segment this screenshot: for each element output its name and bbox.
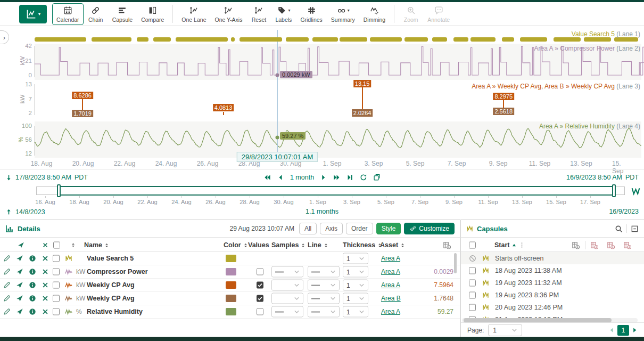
- prev-page-icon[interactable]: [609, 327, 615, 333]
- step-to-now-button[interactable]: [346, 174, 354, 181]
- jump-forward-button[interactable]: [333, 174, 341, 181]
- collapse-panel-icon[interactable]: [631, 225, 639, 233]
- select-box[interactable]: 1: [343, 280, 368, 291]
- pin-all-button[interactable]: [18, 242, 24, 249]
- toolbar-button-zoom[interactable]: Zoom: [399, 3, 423, 25]
- thickness-select[interactable]: 1: [343, 266, 368, 278]
- checkbox[interactable]: [53, 269, 60, 275]
- column-header-thickness[interactable]: Thickness: [343, 241, 383, 249]
- line-select[interactable]: [308, 280, 340, 291]
- samples-select[interactable]: [271, 280, 303, 291]
- capsule-row[interactable]: Starts off-screen: [461, 252, 644, 264]
- select-box[interactable]: 1: [343, 266, 368, 278]
- capsule-time-toggle-icon[interactable]: [631, 186, 640, 197]
- pin-item-button[interactable]: [16, 308, 23, 315]
- details-customize-button[interactable]: Customize: [404, 223, 455, 234]
- capsule-bar[interactable]: [453, 37, 469, 42]
- asset-link[interactable]: Area A: [381, 308, 400, 315]
- capsule-bar[interactable]: [502, 37, 514, 42]
- toolbar-button-dimming[interactable]: Dimming: [359, 3, 390, 25]
- column-header-samples[interactable]: Samples: [271, 241, 306, 249]
- item-name[interactable]: Compressor Power: [87, 268, 148, 275]
- toolbar-button-capsule[interactable]: Capsule: [108, 3, 137, 25]
- select-box[interactable]: 1: [343, 253, 368, 264]
- select-all-checkbox[interactable]: [53, 242, 60, 249]
- edit-item-button[interactable]: [3, 295, 11, 302]
- values-checkbox[interactable]: [257, 295, 263, 302]
- capsule-checkbox-cell[interactable]: [469, 279, 476, 286]
- select-box[interactable]: [271, 306, 303, 318]
- next-page-icon[interactable]: [632, 327, 638, 333]
- edit-item-button[interactable]: [3, 255, 11, 262]
- item-name[interactable]: Weekly CP Avg: [87, 281, 135, 289]
- toolbar-button-summary[interactable]: ▾Summary: [327, 3, 359, 25]
- samples-select[interactable]: [271, 306, 303, 318]
- toolbar-button-compare[interactable]: Compare: [137, 3, 168, 25]
- select-box[interactable]: [271, 266, 303, 278]
- asset-link[interactable]: Area A: [381, 281, 400, 289]
- color-swatch[interactable]: [226, 268, 236, 275]
- remove-item-button[interactable]: [42, 268, 49, 275]
- color-swatch[interactable]: [226, 255, 236, 262]
- toolbar-button-one-lane[interactable]: One Lane: [177, 3, 210, 25]
- pin-item-button[interactable]: [16, 255, 23, 262]
- select-box[interactable]: [308, 306, 340, 318]
- item-name[interactable]: Value Search 5: [87, 255, 134, 262]
- checkbox[interactable]: [53, 255, 60, 262]
- add-column-button[interactable]: [572, 241, 580, 249]
- capsule-bar[interactable]: [340, 37, 367, 42]
- investigate-range-start-text[interactable]: 14/8/2023: [15, 208, 45, 216]
- column-header-values[interactable]: Values: [248, 241, 269, 249]
- checkbox[interactable]: [53, 282, 60, 289]
- select-box[interactable]: [271, 293, 303, 304]
- capsule-bar[interactable]: [312, 37, 338, 42]
- checkbox[interactable]: [53, 295, 60, 302]
- values-checkbox[interactable]: [257, 308, 263, 315]
- investigate-range-selection[interactable]: [59, 186, 615, 196]
- capsule-bar[interactable]: [554, 37, 581, 42]
- samples-select[interactable]: [271, 293, 303, 304]
- details-row[interactable]: kWCompressor Power1Area A0.0029: [0, 265, 460, 279]
- details-axis-button[interactable]: Axis: [320, 223, 343, 234]
- capsule-bar[interactable]: [176, 37, 228, 42]
- remove-item-button[interactable]: [42, 308, 49, 315]
- capsule-bar[interactable]: [470, 37, 496, 42]
- row-select-checkbox[interactable]: [53, 308, 60, 315]
- details-style-button[interactable]: Style: [376, 223, 401, 234]
- details-row[interactable]: %Relative Humidity1Area A59.27: [0, 305, 460, 319]
- column-header-asset[interactable]: Asset: [380, 241, 406, 249]
- edit-item-button[interactable]: [3, 308, 11, 315]
- display-range-start-text[interactable]: 17/8/2023 8:50 AM: [15, 174, 71, 181]
- select-box[interactable]: 1: [343, 306, 368, 318]
- capsule-bar[interactable]: [370, 37, 401, 42]
- capsule-bar[interactable]: [614, 37, 639, 42]
- range-left-handle[interactable]: [57, 184, 61, 197]
- details-row[interactable]: kWWeekly CP Avg1Area B1.7648: [0, 292, 460, 305]
- toolbar-button-chain[interactable]: Chain: [84, 3, 108, 25]
- capsule-bar[interactable]: [231, 37, 235, 42]
- sort-icon[interactable]: [70, 242, 76, 248]
- capsule-bar[interactable]: [584, 37, 611, 42]
- thickness-select[interactable]: 1: [343, 306, 368, 318]
- capsule-checkbox-cell[interactable]: [469, 291, 476, 298]
- thickness-select[interactable]: 1: [343, 253, 368, 264]
- color-swatch[interactable]: [226, 295, 236, 302]
- line-select[interactable]: [308, 293, 340, 304]
- add-stat-column-button[interactable]: [590, 241, 598, 249]
- search-icon[interactable]: [615, 225, 623, 233]
- current-page-badge[interactable]: 1: [617, 325, 629, 336]
- page-select[interactable]: 1: [488, 324, 522, 336]
- step-forward-button[interactable]: [320, 174, 327, 181]
- pin-item-button[interactable]: [16, 295, 23, 302]
- capsule-row[interactable]: 19 Aug 2023 11:32 AM: [461, 277, 644, 289]
- edit-item-button[interactable]: [3, 281, 11, 289]
- color-swatch[interactable]: [226, 308, 236, 315]
- capsule-bar[interactable]: [92, 37, 131, 42]
- select-box[interactable]: [308, 280, 340, 291]
- select-box[interactable]: [271, 280, 303, 291]
- capsule-bar[interactable]: [286, 37, 309, 42]
- trend-chart[interactable]: › Value Search 5 (Lane 1)Area A » Compre…: [0, 26, 644, 169]
- expand-panel-button[interactable]: ›: [0, 30, 9, 44]
- column-header-color[interactable]: Color: [224, 241, 249, 249]
- thickness-select[interactable]: 1: [343, 293, 368, 304]
